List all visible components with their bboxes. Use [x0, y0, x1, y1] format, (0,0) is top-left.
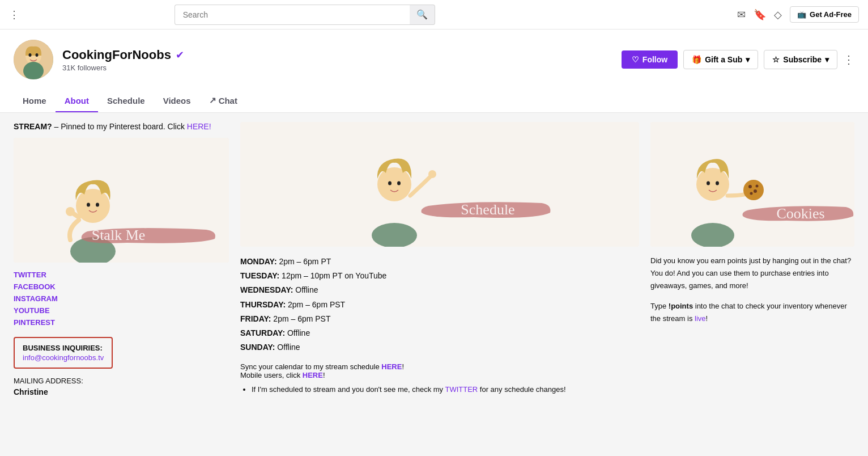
svg-point-4 — [36, 53, 39, 57]
facebook-link[interactable]: FACEBOOK — [14, 282, 229, 291]
get-adfree-label: Get Ad-Free — [810, 10, 852, 19]
svg-point-16 — [428, 170, 436, 178]
search-button[interactable]: 🔍 — [410, 5, 435, 25]
schedule-row-thursday: THURSDAY: 2pm – 6pm PST — [240, 298, 639, 312]
business-label: BUSINESS INQUIRIES: — [23, 344, 104, 352]
svg-text:Cookies: Cookies — [776, 205, 824, 222]
cookies-svg: Cookies — [650, 122, 854, 247]
points-command: !points — [669, 302, 693, 310]
schedule-bullet-item: If I'm scheduled to stream and you don't… — [252, 385, 639, 394]
follow-label: Follow — [643, 55, 667, 64]
svg-point-3 — [29, 53, 32, 57]
svg-point-23 — [743, 180, 764, 200]
subscribe-button[interactable]: ☆ Subscribe ▾ — [764, 50, 837, 69]
svg-rect-5 — [14, 138, 229, 263]
channel-name: CookingForNoobs — [62, 48, 171, 62]
twitter-link[interactable]: TWITTER — [14, 271, 229, 279]
search-bar-container: 🔍 — [175, 5, 435, 25]
tab-home[interactable]: Home — [14, 90, 56, 112]
nav-right: ✉ 🔖 ◇ 📺 Get Ad-Free — [737, 6, 859, 23]
business-inquiries-box: BUSINESS INQUIRIES: info@cookingfornoobs… — [14, 337, 113, 369]
schedule-row-monday: MONDAY: 2pm – 6pm PT — [240, 255, 639, 269]
youtube-link[interactable]: YOUTUBE — [14, 306, 229, 315]
mobile-here-link[interactable]: HERE — [303, 371, 323, 379]
subscribe-chevron-icon: ▾ — [825, 55, 829, 64]
menu-dots-icon[interactable]: ⋮ — [9, 9, 20, 21]
svg-point-2 — [23, 62, 44, 79]
gift-icon: 🎁 — [692, 55, 701, 64]
tab-schedule[interactable]: Schedule — [98, 90, 154, 112]
svg-point-14 — [388, 181, 392, 185]
svg-point-26 — [750, 192, 753, 195]
business-email: info@cookingfornoobs.tv — [23, 353, 104, 362]
tab-chat[interactable]: ↗ Chat — [200, 90, 246, 112]
top-navigation: ⋮ 🔍 ✉ 🔖 ◇ 📺 Get Ad-Free — [0, 0, 868, 29]
svg-point-27 — [756, 185, 759, 188]
svg-point-12 — [372, 223, 417, 247]
stream-notice-link[interactable]: HERE! — [187, 122, 211, 131]
schedule-bullet-list: If I'm scheduled to stream and you don't… — [240, 385, 639, 394]
gift-sub-chevron-icon: ▾ — [746, 55, 750, 64]
svg-rect-11 — [326, 122, 553, 247]
external-link-icon: ↗ — [209, 95, 216, 105]
schedule-row-wednesday: WEDNESDAY: Offline — [240, 283, 639, 297]
twitter-schedule-link[interactable]: TWITTER — [445, 385, 478, 394]
channel-name-row: CookingForNoobs ✔ — [62, 48, 622, 62]
channel-more-icon[interactable]: ⋮ — [843, 53, 854, 66]
cookies-text-1: Did you know you earn points just by han… — [650, 255, 854, 292]
mailing-name: Christine — [14, 387, 229, 396]
svg-point-15 — [397, 181, 401, 185]
mail-icon[interactable]: ✉ — [737, 9, 746, 21]
stalk-me-text: Stalk Me — [92, 227, 146, 243]
sync-here-link[interactable]: HERE — [381, 362, 402, 371]
instagram-link[interactable]: INSTAGRAM — [14, 294, 229, 303]
subscribe-label: Subscribe — [783, 55, 822, 64]
follower-count: 31K followers — [62, 64, 622, 72]
right-panel: Cookies Did you know you earn points jus… — [650, 122, 854, 444]
schedule-row-saturday: SATURDAY: Offline — [240, 326, 639, 340]
get-adfree-button[interactable]: 📺 Get Ad-Free — [790, 6, 859, 23]
tv-icon: 📺 — [797, 10, 806, 19]
svg-point-9 — [96, 203, 99, 207]
live-link[interactable]: live — [695, 314, 706, 323]
svg-point-24 — [748, 185, 752, 188]
verified-badge: ✔ — [176, 49, 184, 61]
follow-button[interactable]: ♡ Follow — [622, 50, 678, 69]
svg-text:Schedule: Schedule — [461, 201, 514, 218]
pinterest-link[interactable]: PINTEREST — [14, 318, 229, 327]
schedule-panel: Schedule — [240, 122, 639, 247]
heart-icon: ♡ — [632, 55, 639, 64]
email-highlight: for — [67, 353, 76, 362]
bookmark-icon[interactable]: 🔖 — [754, 9, 766, 21]
avatar-image — [14, 40, 53, 79]
left-panel: STREAM? – Pinned to my Pinterest board. … — [14, 122, 229, 444]
stream-notice-text: – Pinned to my Pinterest board. Click — [54, 122, 187, 131]
content-area: STREAM? – Pinned to my Pinterest board. … — [0, 113, 868, 453]
gift-sub-button[interactable]: 🎁 Gift a Sub ▾ — [683, 50, 758, 69]
search-icon: 🔍 — [416, 9, 428, 20]
channel-tabs: Home About Schedule Videos ↗ Chat — [14, 87, 854, 112]
diamond-icon[interactable]: ◇ — [774, 9, 782, 21]
tab-videos[interactable]: Videos — [154, 90, 200, 112]
middle-panel: Schedule MONDAY: 2pm – 6pm PT TUESDAY: 1… — [240, 122, 639, 444]
mailing-address-section: MAILING ADDRESS: Christine — [14, 377, 229, 396]
schedule-svg: Schedule — [240, 122, 639, 247]
svg-point-8 — [87, 203, 90, 207]
schedule-row-sunday: SUNDAY: Offline — [240, 340, 639, 354]
channel-info: CookingForNoobs ✔ 31K followers — [62, 48, 622, 72]
svg-point-25 — [754, 189, 757, 193]
social-links: TWITTER FACEBOOK INSTAGRAM YOUTUBE PINTE… — [14, 271, 229, 327]
email-suffix: noobs.tv — [76, 353, 104, 362]
nav-left: ⋮ — [9, 9, 20, 21]
schedule-row-friday: FRIDAY: 2pm – 6pm PST — [240, 312, 639, 326]
stream-notice-bold: STREAM? — [14, 122, 52, 131]
channel-actions: ♡ Follow 🎁 Gift a Sub ▾ ☆ Subscribe ▾ ⋮ — [622, 50, 854, 69]
gift-sub-label: Gift a Sub — [705, 55, 742, 64]
schedule-table: MONDAY: 2pm – 6pm PT TUESDAY: 12pm – 10p… — [240, 255, 639, 354]
avatar-svg — [14, 40, 53, 79]
tab-about[interactable]: About — [56, 90, 98, 112]
sync-text: Sync your calendar to my stream schedule… — [240, 362, 639, 379]
svg-point-7 — [76, 189, 110, 223]
search-input[interactable] — [175, 5, 410, 25]
svg-point-21 — [707, 181, 710, 185]
